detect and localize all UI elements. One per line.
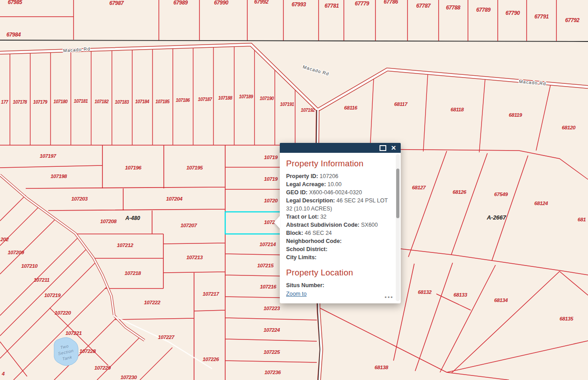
- more-options-icon[interactable]: •••: [384, 294, 394, 301]
- parcel-label: 107219: [44, 293, 61, 298]
- parcel-label: 68118: [450, 107, 464, 112]
- maximize-icon[interactable]: [378, 143, 387, 153]
- parcel-label: 107222: [144, 300, 161, 305]
- parcel-label: 68132: [418, 289, 432, 295]
- field-value: 107206: [318, 173, 338, 179]
- parcel-label: 107213: [186, 255, 203, 260]
- parcel-label: 107184: [135, 99, 150, 104]
- field-label: Abstract Subdivision Code:: [286, 222, 359, 228]
- parcel-label: 107230: [120, 375, 137, 380]
- field-label: Tract or Lot:: [286, 214, 319, 220]
- field-value: 32: [319, 214, 326, 220]
- parcel-label: 67786: [384, 0, 398, 5]
- parcel-label: 107220: [55, 310, 71, 316]
- parcel-label: 10719: [264, 155, 278, 160]
- parcel-label: 107183: [115, 100, 130, 105]
- parcel-label: 107221: [65, 330, 82, 336]
- parcel-label: 107236: [264, 370, 281, 375]
- parcel-label: 107208: [100, 219, 117, 224]
- field-value: X600-046-0024-0320: [308, 189, 362, 196]
- parcel-label: 68126: [453, 189, 467, 195]
- property-fields: Property ID: 107206Legal Acreage: 10.00G…: [286, 172, 392, 261]
- parcel-label: 202: [0, 237, 9, 242]
- parcel-label: 177: [1, 100, 8, 105]
- parcel-label: 67990: [214, 0, 228, 6]
- field-value: 10.00: [326, 181, 341, 188]
- field-row: Abstract Subdivision Code: SX600: [286, 221, 392, 229]
- parcel-label: 107187: [198, 97, 213, 102]
- parcel-label: 67789: [476, 7, 491, 13]
- parcel-label: 107191: [280, 102, 295, 107]
- parcel-label: 107179: [33, 100, 48, 105]
- parcel-label: 67790: [505, 10, 520, 16]
- parcel-label: 68124: [534, 201, 548, 206]
- field-label: Block:: [286, 230, 303, 236]
- field-row: Neighborhood Code:: [286, 237, 392, 245]
- parcel-label: 68138: [375, 365, 389, 370]
- field-row: Block: 46 SEC 24: [286, 229, 392, 237]
- parcel-label: 107204: [166, 196, 183, 201]
- field-label: Legal Acreage:: [286, 181, 326, 188]
- parcel-label: 107198: [51, 174, 67, 179]
- parcel-label: 68120: [562, 125, 576, 130]
- parcel-label: 107211: [33, 277, 49, 283]
- parcel-label: 107196: [125, 165, 142, 170]
- parcel-label: 107203: [71, 196, 88, 201]
- popup-body: Property Information Property ID: 107206…: [280, 153, 401, 303]
- parcel-label: 107181: [74, 99, 88, 104]
- close-icon[interactable]: ✕: [389, 143, 398, 153]
- parcel-label: 10719: [264, 176, 278, 182]
- parcel-label: 107226: [203, 357, 219, 362]
- parcel-label: 107218: [125, 270, 141, 276]
- zoom-to-link[interactable]: Zoom to: [286, 291, 306, 297]
- parcel-label: 107228: [79, 348, 96, 354]
- parcel-label: 107182: [95, 99, 109, 104]
- popup-scrollbar[interactable]: [396, 154, 400, 301]
- field-row: GEO ID: X600-046-0024-0320: [286, 188, 392, 197]
- parcel-label: 107189: [239, 94, 254, 99]
- parcel-label: 107180: [54, 99, 68, 104]
- popup-section-title: Property Location: [286, 261, 392, 281]
- field-label: City Limits:: [286, 254, 316, 261]
- parcel-label: 68134: [494, 298, 508, 303]
- parcel-label: 67779: [355, 0, 369, 7]
- parcel-label: 107185: [156, 99, 170, 104]
- parcel-label: 107214: [259, 242, 276, 247]
- parcel-label: 107216: [260, 284, 277, 289]
- field-row: Tract or Lot: 32: [286, 213, 392, 221]
- popup-title: Property Information: [286, 153, 392, 172]
- popup-titlebar: ✕: [280, 143, 401, 153]
- field-row: School District:: [286, 245, 392, 253]
- field-label: Legal Description:: [286, 197, 335, 204]
- parcel-label: 68133: [454, 292, 468, 298]
- field-value: SX600: [359, 222, 378, 228]
- parcel-label: 10720: [264, 198, 278, 203]
- field-row: City Limits:: [286, 253, 392, 261]
- map-application: 6798567987679896799067992679936778167779…: [0, 0, 588, 380]
- field-label: Neighborhood Code:: [286, 238, 342, 244]
- parcel-label: 68135: [560, 316, 574, 321]
- parcel-label: 67984: [6, 32, 21, 38]
- field-label: Property ID:: [286, 173, 318, 179]
- parcel-label: 68116: [344, 105, 357, 110]
- parcel-label: 107209: [8, 250, 24, 255]
- parcel-label: 67549: [494, 192, 508, 197]
- parcel-label: 107210: [21, 263, 38, 269]
- field-value: 46 SEC 24: [303, 230, 332, 236]
- parcel-label: 68119: [509, 112, 522, 118]
- parcel-label: 107197: [40, 153, 56, 159]
- field-label: School District:: [286, 246, 328, 252]
- parcel-label: 67792: [565, 17, 579, 23]
- field-row: Legal Description: 46 SEC 24 PSL LOT 32 …: [286, 197, 392, 213]
- parcel-label: 67787: [416, 3, 431, 9]
- parcel-label: 68117: [394, 101, 407, 107]
- popup-scrollbar-thumb[interactable]: [396, 169, 399, 218]
- parcel-label: 107225: [264, 349, 280, 355]
- parcel-label: 107217: [203, 291, 219, 297]
- field-row: Property ID: 107206: [286, 172, 392, 180]
- parcel-label: 107212: [117, 243, 134, 248]
- parcel-label: 67985: [8, 0, 22, 5]
- parcel-label: 67987: [109, 0, 124, 6]
- abstract-label: A-480: [125, 215, 140, 221]
- popup-pointer: [274, 215, 280, 229]
